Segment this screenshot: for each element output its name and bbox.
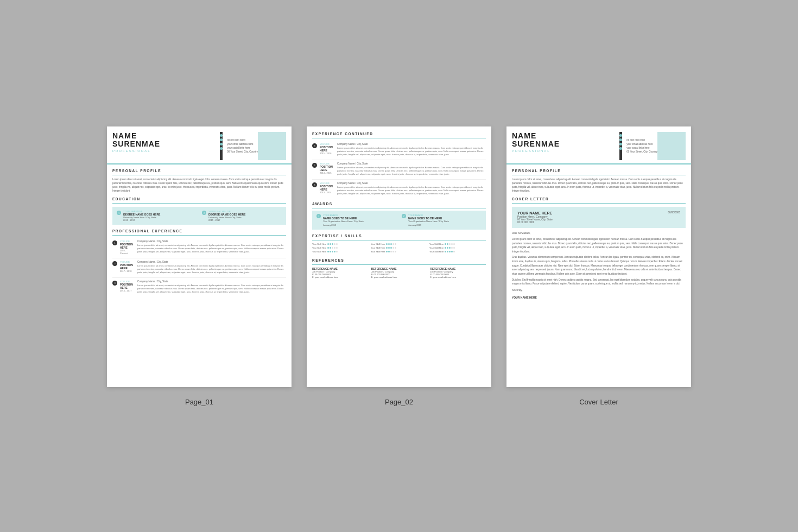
name-line1: NAME SURENMAE bbox=[112, 132, 216, 149]
skills-col-3: Your Skill Here Your Skill Here Your Ski… bbox=[429, 243, 486, 254]
icon-phone bbox=[220, 134, 223, 137]
cover-profile-divider bbox=[512, 175, 686, 175]
education-divider bbox=[112, 203, 286, 204]
cover-profession: PROFESSIONAL bbox=[512, 149, 615, 153]
edu-item-1: 1 YOUR MASTER DEGREE NAME GOES HERE Univ… bbox=[117, 210, 197, 221]
cover-recipient-name: YOUR NAME HERE bbox=[517, 211, 553, 215]
edu-num-1: 1 bbox=[117, 211, 121, 215]
exp-item-1: 1 YOU JOB POSITION HERE 2022 - Present C… bbox=[107, 238, 292, 257]
awards-block: 1 YOUR AWARD NAME GOES TO BE HERE Your O… bbox=[312, 211, 486, 230]
photo bbox=[258, 132, 286, 160]
cover-icon-email bbox=[619, 138, 622, 141]
edu-item-2: 2 YOUR BACHELOR DEGREE NAME GOES HERE Un… bbox=[202, 210, 282, 221]
award-num-1: 1 bbox=[316, 214, 321, 218]
skills-divider bbox=[312, 240, 486, 240]
address: 00 Your Street, City, Country bbox=[227, 150, 258, 153]
accent-bar bbox=[220, 132, 223, 160]
exp-item-2: 2 YOU JOB POSITION HERE 2017 - 2018 Comp… bbox=[107, 258, 292, 276]
ref-item-1: REFERENCE NAME Job Position / Company P:… bbox=[312, 267, 368, 278]
profession: PROFESSIONAL bbox=[112, 149, 216, 153]
cover-contact: 00 000 000 0000 your email address here … bbox=[626, 132, 657, 160]
page2: EXPERIENCE CONTINUED 4 YOU JOB POSITION … bbox=[307, 126, 491, 387]
cover-icon-address bbox=[619, 147, 622, 150]
edu-year-1: 2015 - 2017 bbox=[123, 219, 160, 221]
cover-recipient-block: YOUR NAME HERE Position Here / Company 0… bbox=[512, 207, 686, 228]
skill-2-2: Your Skill Here bbox=[371, 246, 427, 249]
awards-title: AWARDS bbox=[307, 202, 491, 206]
cover-letter-divider bbox=[512, 203, 686, 204]
edu-year-2: 2015 - 2017 bbox=[208, 219, 245, 221]
cover-closing: Sincerely, bbox=[506, 288, 691, 293]
cover-label: Cover Letter bbox=[579, 398, 618, 406]
profile-divider bbox=[112, 175, 286, 175]
skill-1-2: Your Skill Here bbox=[312, 246, 369, 249]
refs-grid: REFERENCE NAME Job Position / Company P:… bbox=[307, 267, 491, 278]
exp-cont-divider bbox=[312, 138, 486, 138]
cover-profile-text: Lorem ipsum dolor sit amet, consectetur … bbox=[506, 178, 691, 193]
skills-grid: Your Skill Here Your Skill Here Your Ski… bbox=[307, 243, 491, 254]
email: your email address here bbox=[227, 143, 258, 145]
page1-wrapper: NAME SURENMAE PROFESSIONAL 00 000 000 00… bbox=[107, 126, 292, 406]
exp-cont-title: EXPERIENCE CONTINUED bbox=[307, 132, 491, 136]
skills-title: EXPERTISE / SKILLS bbox=[307, 234, 491, 238]
exp-item-4: 4 YOU JOB POSITION HERE 2015 - 2016 Comp… bbox=[307, 141, 491, 159]
exp-num-4: 4 bbox=[312, 143, 317, 148]
refs-title: REFERENCES bbox=[307, 258, 491, 262]
education-block: 1 YOUR MASTER DEGREE NAME GOES HERE Univ… bbox=[112, 207, 286, 225]
pages-container: NAME SURENMAE PROFESSIONAL 00 000 000 00… bbox=[107, 126, 691, 406]
skills-col-1: Your Skill Here Your Skill Here Your Ski… bbox=[312, 243, 369, 254]
exp-num-1: 1 bbox=[112, 240, 117, 245]
skill-3-2: Your Skill Here bbox=[429, 246, 486, 249]
profile-text: Lorem ipsum dolor sit amet, consectetur … bbox=[107, 178, 292, 193]
cover-icon-phone bbox=[619, 134, 622, 137]
icon-email bbox=[220, 138, 223, 141]
cover-photo bbox=[657, 132, 686, 160]
exp-title: PROFESSIONAL EXPERIENCE bbox=[107, 229, 292, 233]
exp-num-6: 6 bbox=[312, 182, 317, 187]
award-item-1: 1 YOUR AWARD NAME GOES TO BE HERE Your O… bbox=[316, 214, 396, 226]
skill-3-1: Your Skill Here bbox=[429, 243, 486, 245]
awards-divider bbox=[312, 208, 486, 208]
skill-1-3: Your Skill Here bbox=[312, 250, 369, 253]
exp-divider bbox=[112, 235, 286, 236]
cover-profile-title: PERSONAL PROFILE bbox=[506, 169, 691, 173]
profile-title: PERSONAL PROFILE bbox=[107, 169, 292, 173]
cover-page: NAME SURENMAE PROFESSIONAL 00 000 000 00… bbox=[506, 126, 691, 387]
exp-item-3: 3 YOU JOB POSITION HERE 2016 - 2017 Comp… bbox=[107, 278, 292, 296]
icon-address bbox=[220, 147, 223, 150]
page2-label: Page_02 bbox=[385, 398, 413, 406]
skills-col-2: Your Skill Here Your Skill Here Your Ski… bbox=[371, 243, 427, 254]
cover-salutation: Dear Sir/Madam, Lorem ipsum dolor sit am… bbox=[506, 231, 691, 286]
cover-name-block: NAME SURENMAE PROFESSIONAL bbox=[512, 132, 615, 160]
page1-header: NAME SURENMAE PROFESSIONAL 00 000 000 00… bbox=[107, 126, 292, 164]
exp-item-5: 5 YOU JOB POSITION HERE 2014 - 2015 Comp… bbox=[307, 160, 491, 178]
exp-num-5: 5 bbox=[312, 163, 317, 168]
name-block: NAME SURENMAE PROFESSIONAL bbox=[112, 132, 216, 160]
skill-3-3: Your Skill Here bbox=[429, 250, 486, 253]
skill-1-1: Your Skill Here bbox=[312, 243, 369, 245]
award-item-2: 2 YOUR AWARD NAME GOES TO BE HERE Your O… bbox=[402, 214, 482, 226]
exp-num-3: 3 bbox=[112, 281, 117, 286]
ref-item-3: REFERENCE NAME Job Position / Company P:… bbox=[430, 267, 486, 278]
social: your social linke here bbox=[227, 147, 258, 149]
exp-item-6: 6 YOU JOB POSITION HERE 2013 - 2014 Comp… bbox=[307, 180, 491, 198]
cover-name: NAME SURENMAE bbox=[512, 132, 615, 149]
phone: 00 000 000 0000 bbox=[227, 139, 258, 142]
cover-header: NAME SURENMAE PROFESSIONAL 00 000 000 00… bbox=[506, 126, 691, 164]
cover-accent-bar bbox=[619, 132, 622, 160]
page2-wrapper: EXPERIENCE CONTINUED 4 YOU JOB POSITION … bbox=[307, 126, 491, 406]
contact-block: 00 000 000 0000 your email address here … bbox=[227, 132, 258, 160]
cover-icon-social bbox=[619, 143, 622, 145]
page1: NAME SURENMAE PROFESSIONAL 00 000 000 00… bbox=[107, 126, 292, 387]
skill-2-1: Your Skill Here bbox=[371, 243, 427, 245]
icon-social bbox=[220, 143, 223, 145]
refs-divider bbox=[312, 264, 486, 265]
ref-item-2: REFERENCE NAME Job Position / Company P:… bbox=[371, 267, 427, 278]
award-num-2: 2 bbox=[402, 214, 406, 218]
education-title: EDUCATION bbox=[107, 197, 292, 201]
edu-num-2: 2 bbox=[202, 211, 206, 215]
cover-letter-title: COVER LETTER bbox=[506, 197, 691, 201]
page1-label: Page_01 bbox=[185, 398, 213, 406]
exp-num-2: 2 bbox=[112, 261, 117, 266]
cover-signature: YOUR NAME HERE bbox=[506, 296, 691, 299]
